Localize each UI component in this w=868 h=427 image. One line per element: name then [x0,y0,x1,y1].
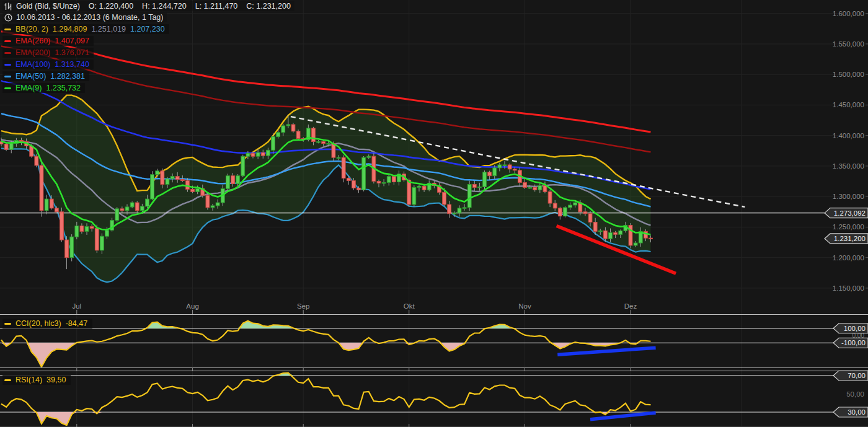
price-axis-label: 1.300,000 [833,193,864,200]
month-axis-label: Sep [297,302,309,310]
price-axis-label: 1.500,000 [833,71,864,78]
rsi-level-tag-text: 30,00 [848,408,866,416]
price-tag-text: 1.231,200 [834,235,866,242]
rsi-level-tag[interactable]: 70,00 [833,371,868,381]
cci-level-tag-text: 100,00 [844,325,866,332]
price-axis-label: 1.200,000 [833,254,864,262]
price-tag[interactable]: 1.273,092 [825,208,868,218]
trading-chart-window: 1.600,0001.550,0001.500,0001.450,0001.40… [0,0,868,427]
cci-level-tag[interactable]: 100,00 [833,324,868,333]
price-axis-label: 1.350,000 [833,162,864,170]
price-axis-label: 1.150,000 [833,284,864,292]
rsi-level-tag-text: 70,00 [848,372,866,379]
price-axis-label: 1.450,000 [833,101,864,108]
price-axis-label: 1.400,000 [833,132,864,139]
rsi-axis-label: 50,00 [846,390,864,398]
month-axis-label: Nov [518,302,531,310]
month-axis-label: Aug [186,302,198,310]
price-axis-label: 1.550,000 [833,40,864,48]
rsi-level-tag[interactable]: 30,00 [833,407,868,417]
price-tag[interactable]: 1.231,200 [825,234,868,244]
chart-canvas[interactable]: 1.600,0001.550,0001.500,0001.450,0001.40… [0,0,868,427]
price-axis-label: 1.250,000 [833,223,864,231]
cci-level-tag-text: -100,00 [841,339,866,346]
month-axis-label: Okt [404,302,415,310]
price-axis-label: 1.600,000 [833,10,864,17]
price-tag-text: 1.273,092 [834,209,866,217]
cci-level-tag[interactable]: -100,00 [833,338,868,348]
month-axis-label: Dez [624,302,637,310]
month-axis-label: Jul [72,302,81,310]
